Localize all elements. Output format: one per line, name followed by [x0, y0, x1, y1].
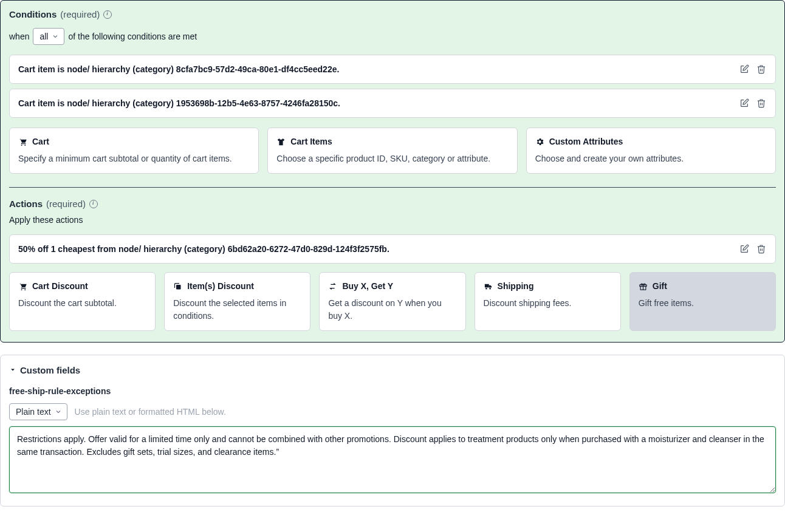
- card-title: Item(s) Discount: [187, 281, 254, 291]
- cart-icon: [18, 282, 27, 291]
- custom-fields-heading[interactable]: Custom fields: [9, 365, 776, 375]
- format-select-value: Plain text: [16, 407, 51, 417]
- logic-select-value: all: [39, 32, 48, 41]
- card-title: Shipping: [498, 281, 534, 291]
- condition-type-cart-items[interactable]: Cart Items Choose a specific product ID,…: [267, 128, 517, 174]
- caret-down-icon: [9, 366, 16, 373]
- conditions-heading: Conditions (required): [9, 9, 112, 19]
- card-desc: Discount the selected items in condition…: [173, 297, 301, 322]
- card-title: Buy X, Get Y: [342, 281, 393, 291]
- action-rule: 50% off 1 cheapest from node/ hierarchy …: [9, 234, 776, 264]
- custom-fields-panel: Custom fields free-ship-rule-exceptions …: [0, 355, 785, 506]
- when-suffix: of the following conditions are met: [68, 32, 197, 41]
- gift-icon: [639, 282, 648, 291]
- info-icon[interactable]: [89, 200, 98, 208]
- edit-icon[interactable]: [739, 64, 750, 75]
- condition-rules-list: Cart item is node/ hierarchy (category) …: [9, 55, 776, 118]
- rules-panel: Conditions (required) when all of the fo…: [0, 0, 785, 343]
- condition-type-cart[interactable]: Cart Specify a minimum cart subtotal or …: [9, 128, 259, 174]
- svg-point-0: [21, 145, 22, 146]
- card-title: Cart Items: [290, 137, 332, 146]
- svg-point-6: [489, 288, 491, 290]
- conditions-when-row: when all of the following conditions are…: [9, 28, 776, 45]
- info-icon[interactable]: [103, 10, 112, 19]
- card-desc: Gift free items.: [639, 297, 767, 309]
- logic-select[interactable]: all: [33, 28, 64, 45]
- svg-point-5: [485, 288, 487, 290]
- copy-icon: [173, 282, 182, 291]
- custom-field-textarea[interactable]: [9, 426, 776, 493]
- svg-point-1: [24, 145, 26, 146]
- shirt-icon: [276, 137, 286, 146]
- format-select[interactable]: Plain text: [9, 403, 67, 420]
- rule-actions: [739, 98, 767, 109]
- card-title: Cart: [32, 137, 49, 146]
- conditions-section: Conditions (required) when all of the fo…: [9, 9, 776, 174]
- edit-icon[interactable]: [739, 98, 750, 109]
- chevron-down-icon: [55, 408, 62, 415]
- condition-rule: Cart item is node/ hierarchy (category) …: [9, 55, 776, 84]
- rule-actions: [739, 244, 767, 254]
- trash-icon[interactable]: [756, 244, 767, 254]
- conditions-title: Conditions: [9, 9, 57, 19]
- custom-field-hint: Use plain text or formatted HTML below.: [75, 407, 226, 417]
- condition-rule: Cart item is node/ hierarchy (category) …: [9, 89, 776, 118]
- card-desc: Discount the cart subtotal.: [18, 297, 146, 309]
- card-desc: Get a discount on Y when you buy X.: [328, 297, 456, 322]
- actions-required-label: (required): [46, 199, 86, 209]
- card-title: Custom Attributes: [549, 137, 623, 146]
- custom-field-toolbar: Plain text Use plain text or formatted H…: [9, 403, 776, 420]
- edit-icon[interactable]: [739, 244, 750, 254]
- card-desc: Choose and create your own attributes.: [535, 152, 767, 165]
- action-type-shipping[interactable]: Shipping Discount shipping fees.: [475, 272, 621, 331]
- actions-title: Actions: [9, 199, 43, 209]
- condition-rule-text: Cart item is node/ hierarchy (category) …: [18, 98, 340, 108]
- swap-icon: [328, 282, 337, 291]
- rule-actions: [739, 64, 767, 75]
- custom-field-name: free-ship-rule-exceptions: [9, 386, 776, 396]
- cart-icon: [18, 137, 27, 146]
- section-divider: [9, 187, 776, 188]
- card-desc: Discount shipping fees.: [484, 297, 612, 309]
- trash-icon[interactable]: [756, 64, 767, 75]
- svg-point-2: [21, 289, 22, 290]
- card-title: Gift: [653, 281, 667, 291]
- action-type-cards: Cart Discount Discount the cart subtotal…: [9, 272, 776, 331]
- custom-fields-title: Custom fields: [20, 365, 80, 375]
- chevron-down-icon: [52, 33, 59, 40]
- actions-heading: Actions (required): [9, 199, 98, 209]
- svg-point-3: [24, 289, 26, 290]
- actions-section: Actions (required) Apply these actions 5…: [9, 199, 776, 331]
- action-type-buy-x-get-y[interactable]: Buy X, Get Y Get a discount on Y when yo…: [319, 272, 465, 331]
- card-title: Cart Discount: [32, 281, 88, 291]
- action-rules-list: 50% off 1 cheapest from node/ hierarchy …: [9, 234, 776, 264]
- trash-icon[interactable]: [756, 98, 767, 109]
- condition-type-custom-attributes[interactable]: Custom Attributes Choose and create your…: [526, 128, 776, 174]
- action-type-gift[interactable]: Gift Gift free items.: [629, 272, 776, 331]
- action-rule-text: 50% off 1 cheapest from node/ hierarchy …: [18, 244, 389, 254]
- conditions-required-label: (required): [60, 9, 100, 19]
- condition-rule-text: Cart item is node/ hierarchy (category) …: [18, 64, 339, 74]
- condition-type-cards: Cart Specify a minimum cart subtotal or …: [9, 128, 776, 174]
- card-desc: Choose a specific product ID, SKU, categ…: [276, 152, 508, 165]
- svg-rect-4: [176, 285, 181, 290]
- truck-icon: [484, 282, 493, 291]
- card-desc: Specify a minimum cart subtotal or quant…: [18, 152, 250, 165]
- when-prefix: when: [9, 32, 29, 41]
- action-type-cart-discount[interactable]: Cart Discount Discount the cart subtotal…: [9, 272, 156, 331]
- action-type-items-discount[interactable]: Item(s) Discount Discount the selected i…: [164, 272, 310, 331]
- gear-icon: [535, 137, 544, 146]
- apply-actions-label: Apply these actions: [9, 215, 776, 225]
